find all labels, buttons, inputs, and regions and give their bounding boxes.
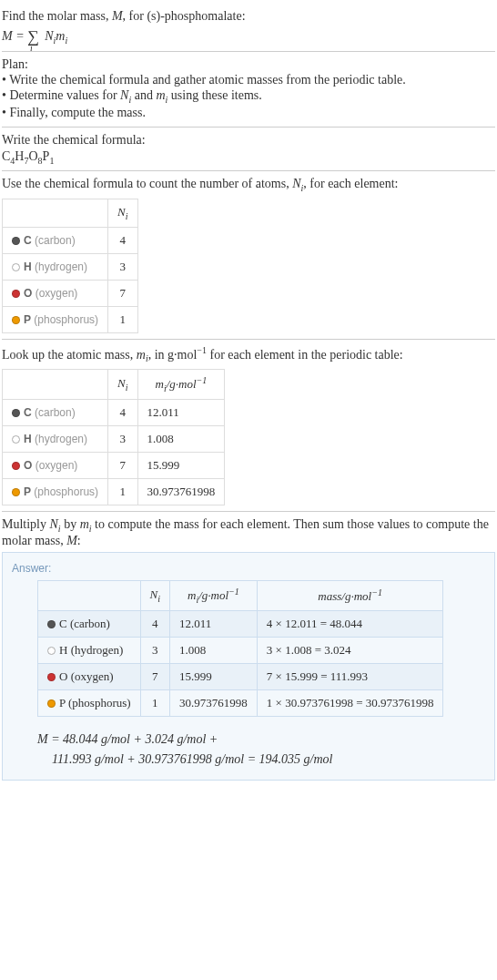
element-cell: P (phosphorus)	[3, 306, 108, 332]
plan-section: Plan: • Write the chemical formula and g…	[2, 52, 495, 128]
element-dot-icon	[12, 263, 20, 271]
col-m: mi/g·mol−1	[170, 580, 258, 610]
mass-heading-m: m	[137, 347, 146, 361]
table-row: P (phosphorus)130.9737619981 × 30.973761…	[38, 689, 443, 716]
element-dot-icon	[12, 290, 20, 298]
table-row: C (carbon)412.0114 × 12.011 = 48.044	[38, 610, 443, 637]
element-cell: O (oxygen)	[3, 280, 108, 306]
col-m: mi/g·mol−1	[137, 370, 225, 400]
count-heading-b: , for each element:	[303, 177, 398, 190]
count-heading: Use the chemical formula to count the nu…	[2, 177, 495, 193]
col-N: Ni	[108, 370, 137, 400]
element-cell: H (hydrogen)	[3, 426, 108, 453]
calc-cell: 4 × 12.011 = 48.044	[257, 610, 443, 637]
n-cell: 4	[108, 227, 137, 253]
col-N: Ni	[108, 199, 137, 228]
chemical-formula: C4H7O8P1	[2, 149, 495, 166]
m-cell: 12.011	[137, 400, 225, 426]
m-cell: 30.973761998	[137, 479, 225, 505]
intro-M: M	[112, 9, 123, 23]
m-cell: 1.008	[170, 637, 258, 663]
n-cell: 1	[108, 479, 137, 505]
col-N: Ni	[140, 580, 169, 610]
formula-N: N	[42, 29, 54, 43]
col-mass: mass/g·mol−1	[257, 580, 443, 610]
n-cell: 3	[108, 426, 137, 453]
element-cell: O (oxygen)	[38, 663, 141, 689]
formula-lhs: M =	[2, 29, 27, 43]
n-cell: 7	[108, 453, 137, 479]
n-cell: 3	[140, 637, 169, 663]
chem-sym: O	[28, 149, 37, 163]
final-line1: M = 48.044 g/mol + 3.024 g/mol +	[37, 730, 485, 750]
element-dot-icon	[12, 409, 20, 417]
element-dot-icon	[12, 316, 20, 324]
answer-content: Ni mi/g·mol−1 mass/g·mol−1 C (carbon)412…	[12, 580, 485, 771]
plan-item: • Determine values for Ni and mi using t…	[2, 88, 495, 105]
element-cell: P (phosphorus)	[38, 689, 141, 716]
n-cell: 4	[108, 400, 137, 426]
mass-heading-a: Look up the atomic mass,	[2, 347, 137, 361]
multiply-section: Multiply Ni by mi to compute the mass fo…	[2, 512, 495, 786]
n-cell: 1	[108, 306, 137, 332]
answer-label: Answer:	[12, 562, 485, 575]
table-row: O (oxygen)715.999	[3, 453, 225, 479]
plan-list: • Write the chemical formula and gather …	[2, 73, 495, 120]
count-table: Ni C (carbon)4 H (hydrogen)3 O (oxygen)7…	[2, 199, 138, 333]
table-row: H (hydrogen)31.0083 × 1.008 = 3.024	[38, 637, 443, 663]
m-cell: 15.999	[137, 453, 225, 479]
element-cell: P (phosphorus)	[3, 479, 108, 505]
count-heading-a: Use the chemical formula to count the nu…	[2, 177, 292, 190]
element-dot-icon	[47, 620, 56, 628]
col-element	[3, 370, 108, 400]
chem-sym: H	[15, 149, 24, 163]
element-cell: O (oxygen)	[3, 453, 108, 479]
n-cell: 3	[108, 253, 137, 280]
table-row: P (phosphorus)1	[3, 306, 138, 332]
count-atoms-section: Use the chemical formula to count the nu…	[2, 171, 495, 339]
table-row: H (hydrogen)31.008	[3, 426, 225, 453]
element-cell: H (hydrogen)	[3, 253, 108, 280]
table-row: C (carbon)412.011	[3, 400, 225, 426]
col-element	[38, 580, 141, 610]
element-dot-icon	[12, 237, 20, 245]
mass-heading: Look up the atomic mass, mi, in g·mol−1 …	[2, 345, 495, 363]
answer-table: Ni mi/g·mol−1 mass/g·mol−1 C (carbon)412…	[37, 580, 443, 717]
element-cell: C (carbon)	[3, 400, 108, 426]
m-cell: 1.008	[137, 426, 225, 453]
intro-section: Find the molar mass, M, for (s)-phosphom…	[2, 4, 495, 52]
element-cell: C (carbon)	[3, 227, 108, 253]
table-row: O (oxygen)715.9997 × 15.999 = 111.993	[38, 663, 443, 689]
plan-item: • Finally, compute the mass.	[2, 106, 495, 120]
element-dot-icon	[12, 462, 20, 470]
table-header-row: Ni mi/g·mol−1 mass/g·mol−1	[38, 580, 443, 610]
mass-table: Ni mi/g·mol−1 C (carbon)412.011 H (hydro…	[2, 369, 225, 505]
element-dot-icon	[47, 647, 56, 655]
sum-index: i	[30, 43, 33, 53]
n-cell: 7	[108, 280, 137, 306]
mass-heading-c: for each element in the periodic table:	[207, 347, 403, 361]
n-cell: 1	[140, 689, 169, 716]
m-cell: 15.999	[170, 663, 258, 689]
intro-part-b: , for (s)-phosphomalate:	[123, 9, 246, 23]
n-cell: 7	[140, 663, 169, 689]
element-cell: H (hydrogen)	[38, 637, 141, 663]
formula-m-sub: i	[65, 36, 67, 46]
count-heading-N: N	[292, 177, 300, 190]
table-row: H (hydrogen)3	[3, 253, 138, 280]
chem-sub: 1	[49, 155, 54, 165]
final-equation: M = 48.044 g/mol + 3.024 g/mol + 111.993…	[37, 730, 485, 771]
m-cell: 12.011	[170, 610, 258, 637]
table-row: O (oxygen)7	[3, 280, 138, 306]
mass-heading-b: , in g·mol	[148, 347, 198, 361]
element-cell: C (carbon)	[38, 610, 141, 637]
plan-item: • Write the chemical formula and gather …	[2, 73, 495, 87]
multiply-text: Multiply Ni by mi to compute the mass fo…	[2, 517, 495, 548]
chem-sym: C	[2, 149, 10, 163]
element-dot-icon	[12, 435, 20, 444]
table-row: P (phosphorus)130.973761998	[3, 479, 225, 505]
molar-mass-formula: M = ∑i Nimi	[2, 26, 495, 46]
element-dot-icon	[47, 699, 56, 708]
table-row: C (carbon)4	[3, 227, 138, 253]
intro-part-a: Find the molar mass,	[2, 9, 112, 23]
